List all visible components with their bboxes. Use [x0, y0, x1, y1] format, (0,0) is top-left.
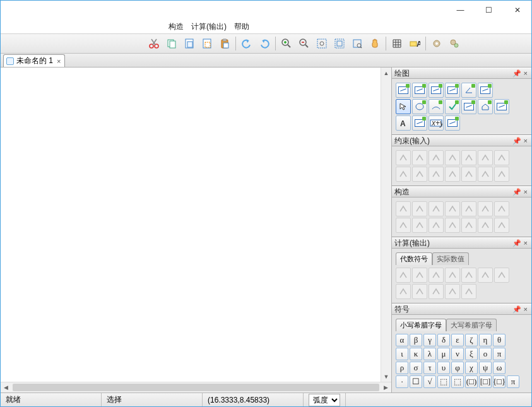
undo-button[interactable]: [239, 35, 255, 52]
compute-tool-1-3[interactable]: [445, 284, 460, 299]
draw-tool-b3[interactable]: [461, 99, 476, 114]
symbol-π[interactable]: π: [507, 375, 519, 388]
constraint-tool-0-5[interactable]: [478, 150, 493, 165]
symbol-(□)[interactable]: (□): [465, 375, 478, 388]
symbol-⬚[interactable]: ⬚: [437, 375, 450, 388]
draw-tool-1[interactable]: [412, 83, 427, 98]
constraint-tool-0-0[interactable]: [396, 150, 411, 165]
constraint-tool-0-1[interactable]: [412, 150, 427, 165]
compute-tool-0-2[interactable]: [429, 268, 444, 283]
compute-tool-0-6[interactable]: [494, 268, 509, 283]
symbol-ψ[interactable]: ψ: [479, 362, 492, 374]
symbol-α[interactable]: α: [396, 334, 408, 346]
construct-tool-1-2[interactable]: [429, 218, 444, 233]
panel-close-icon[interactable]: ×: [523, 239, 529, 247]
pin-icon[interactable]: 📌: [511, 188, 523, 196]
construct-tool-0-2[interactable]: [429, 201, 444, 216]
construct-tool-0-1[interactable]: [412, 201, 427, 216]
construct-tool-0-6[interactable]: [494, 201, 509, 216]
constraint-tool-1-1[interactable]: [412, 167, 427, 182]
cut-button[interactable]: [146, 35, 162, 52]
close-button[interactable]: ✕: [503, 1, 531, 20]
vertical-scrollbar[interactable]: ▲ ▼: [381, 68, 391, 382]
draw-tool-3[interactable]: [445, 83, 460, 98]
panel-close-icon[interactable]: ×: [523, 137, 529, 145]
pin-icon[interactable]: 📌: [511, 69, 523, 78]
compute-tool-1-2[interactable]: [429, 284, 444, 299]
pin-icon[interactable]: 📌: [511, 239, 523, 247]
constraint-tool-0-3[interactable]: [445, 150, 460, 165]
symbol-θ[interactable]: θ: [493, 334, 505, 346]
zoom-area-button[interactable]: [314, 35, 330, 52]
tab-greek-lower[interactable]: 小写希腊字母: [396, 319, 446, 331]
scroll-right-icon[interactable]: ▶: [381, 382, 391, 392]
scrollbar-thumb[interactable]: [13, 384, 379, 391]
pin-icon[interactable]: 📌: [511, 137, 523, 145]
symbol-κ[interactable]: κ: [410, 348, 422, 360]
symbol-π[interactable]: π: [493, 348, 505, 360]
tab-algebraic[interactable]: 代数符号: [396, 252, 432, 265]
symbol-σ[interactable]: σ: [410, 362, 422, 374]
scroll-up-icon[interactable]: ▲: [381, 68, 391, 78]
menu-compute[interactable]: 计算(输出): [187, 20, 230, 33]
compute-tool-0-0[interactable]: [396, 268, 411, 283]
construct-tool-1-0[interactable]: [396, 218, 411, 233]
pan-button[interactable]: [367, 35, 383, 52]
pin-icon[interactable]: 📌: [511, 305, 523, 314]
symbol-[□][interactable]: [□]: [479, 375, 492, 388]
draw-pointer[interactable]: [396, 99, 411, 114]
symbol-ρ[interactable]: ρ: [396, 362, 408, 374]
constraint-tool-1-0[interactable]: [396, 167, 411, 182]
draw-tool-b4[interactable]: [478, 99, 493, 114]
constraint-tool-0-6[interactable]: [494, 150, 509, 165]
constraint-tool-1-6[interactable]: [494, 167, 509, 182]
symbol-ω[interactable]: ω: [493, 362, 505, 374]
dimension-button[interactable]: A: [406, 35, 423, 52]
draw-tool-2[interactable]: [429, 83, 444, 98]
symbol-ο[interactable]: ο: [479, 348, 492, 360]
menu-construct[interactable]: 构造: [165, 20, 187, 33]
scroll-down-icon[interactable]: ▼: [381, 371, 391, 382]
draw-tool-b5[interactable]: [494, 99, 509, 114]
constraint-tool-0-4[interactable]: [461, 150, 476, 165]
symbol-ε[interactable]: ε: [451, 334, 464, 346]
panel-close-icon[interactable]: ×: [523, 69, 529, 77]
construct-tool-1-3[interactable]: [445, 218, 460, 233]
symbol-γ[interactable]: γ: [423, 334, 436, 346]
symbol-·[interactable]: ·: [396, 375, 408, 388]
symbol-τ[interactable]: τ: [423, 362, 436, 374]
compute-tool-1-1[interactable]: [412, 284, 427, 299]
draw-tool-c1[interactable]: [412, 115, 427, 131]
symbol-ν[interactable]: ν: [451, 348, 464, 360]
symbol-δ[interactable]: δ: [437, 334, 450, 346]
constraint-tool-1-5[interactable]: [478, 167, 493, 182]
zoom-out-button[interactable]: [296, 35, 312, 52]
symbol-η[interactable]: η: [479, 334, 492, 346]
draw-tool-0[interactable]: [396, 83, 411, 98]
construct-tool-1-6[interactable]: [494, 218, 509, 233]
angle-mode-select[interactable]: 弧度: [309, 394, 340, 406]
construct-tool-0-3[interactable]: [445, 201, 460, 216]
panel-close-icon[interactable]: ×: [523, 188, 529, 196]
horizontal-scrollbar[interactable]: ◀ ▶: [1, 382, 391, 392]
symbol-ζ[interactable]: ζ: [465, 334, 478, 346]
paste-sel-button[interactable]: [199, 35, 215, 52]
symbol-χ[interactable]: χ: [465, 362, 478, 374]
tab-greek-upper[interactable]: 大写希腊字母: [446, 319, 497, 331]
symbol-μ[interactable]: μ: [437, 348, 450, 360]
compute-tool-0-5[interactable]: [478, 268, 493, 283]
zoom-sel-button[interactable]: [349, 35, 365, 52]
zoom-in-button[interactable]: [278, 35, 295, 52]
copy-button[interactable]: [163, 35, 180, 52]
draw-tool-c0[interactable]: A: [396, 115, 411, 131]
paste-doc-button[interactable]: [181, 35, 198, 52]
symbol-ξ[interactable]: ξ: [465, 348, 478, 360]
tab-numeric[interactable]: 实际数值: [432, 252, 469, 265]
draw-tool-b1[interactable]: [429, 99, 444, 114]
symbol-√[interactable]: √: [423, 375, 436, 388]
symbol-β[interactable]: β: [410, 334, 422, 346]
construct-tool-0-0[interactable]: [396, 201, 411, 216]
compute-tool-0-3[interactable]: [445, 268, 460, 283]
canvas[interactable]: ▲ ▼: [1, 68, 391, 382]
symbol-☐[interactable]: ☐: [410, 375, 422, 388]
